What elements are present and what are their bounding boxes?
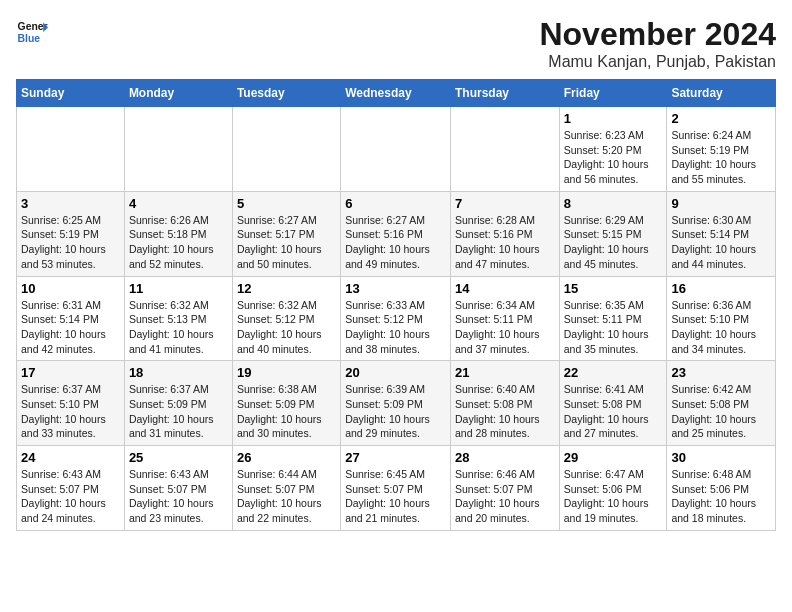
calendar-cell: 7Sunrise: 6:28 AM Sunset: 5:16 PM Daylig… [450,191,559,276]
calendar-cell [450,107,559,192]
day-info: Sunrise: 6:45 AM Sunset: 5:07 PM Dayligh… [345,467,446,526]
calendar-cell [341,107,451,192]
day-number: 22 [564,365,663,380]
calendar-cell: 18Sunrise: 6:37 AM Sunset: 5:09 PM Dayli… [124,361,232,446]
day-info: Sunrise: 6:43 AM Sunset: 5:07 PM Dayligh… [129,467,228,526]
month-title: November 2024 [539,16,776,53]
calendar-cell: 17Sunrise: 6:37 AM Sunset: 5:10 PM Dayli… [17,361,125,446]
day-number: 28 [455,450,555,465]
day-number: 7 [455,196,555,211]
week-row-4: 17Sunrise: 6:37 AM Sunset: 5:10 PM Dayli… [17,361,776,446]
title-area: November 2024 Mamu Kanjan, Punjab, Pakis… [539,16,776,71]
day-number: 29 [564,450,663,465]
weekday-header-saturday: Saturday [667,80,776,107]
weekday-header-friday: Friday [559,80,667,107]
day-info: Sunrise: 6:24 AM Sunset: 5:19 PM Dayligh… [671,128,771,187]
weekday-header-wednesday: Wednesday [341,80,451,107]
weekday-header-monday: Monday [124,80,232,107]
day-number: 11 [129,281,228,296]
calendar-cell: 5Sunrise: 6:27 AM Sunset: 5:17 PM Daylig… [232,191,340,276]
day-info: Sunrise: 6:48 AM Sunset: 5:06 PM Dayligh… [671,467,771,526]
weekday-header-thursday: Thursday [450,80,559,107]
day-info: Sunrise: 6:43 AM Sunset: 5:07 PM Dayligh… [21,467,120,526]
day-number: 17 [21,365,120,380]
day-number: 19 [237,365,336,380]
day-info: Sunrise: 6:32 AM Sunset: 5:13 PM Dayligh… [129,298,228,357]
logo: General Blue [16,16,48,48]
day-info: Sunrise: 6:37 AM Sunset: 5:09 PM Dayligh… [129,382,228,441]
svg-text:Blue: Blue [18,33,41,44]
calendar-cell: 28Sunrise: 6:46 AM Sunset: 5:07 PM Dayli… [450,446,559,531]
week-row-5: 24Sunrise: 6:43 AM Sunset: 5:07 PM Dayli… [17,446,776,531]
calendar-cell: 30Sunrise: 6:48 AM Sunset: 5:06 PM Dayli… [667,446,776,531]
day-info: Sunrise: 6:27 AM Sunset: 5:16 PM Dayligh… [345,213,446,272]
day-number: 24 [21,450,120,465]
day-number: 27 [345,450,446,465]
day-number: 23 [671,365,771,380]
day-info: Sunrise: 6:42 AM Sunset: 5:08 PM Dayligh… [671,382,771,441]
day-number: 5 [237,196,336,211]
calendar-cell: 27Sunrise: 6:45 AM Sunset: 5:07 PM Dayli… [341,446,451,531]
logo-icon: General Blue [16,16,48,48]
calendar-cell: 23Sunrise: 6:42 AM Sunset: 5:08 PM Dayli… [667,361,776,446]
day-number: 10 [21,281,120,296]
day-info: Sunrise: 6:23 AM Sunset: 5:20 PM Dayligh… [564,128,663,187]
day-number: 3 [21,196,120,211]
day-info: Sunrise: 6:27 AM Sunset: 5:17 PM Dayligh… [237,213,336,272]
day-number: 26 [237,450,336,465]
day-info: Sunrise: 6:36 AM Sunset: 5:10 PM Dayligh… [671,298,771,357]
day-number: 9 [671,196,771,211]
day-number: 15 [564,281,663,296]
day-number: 20 [345,365,446,380]
week-row-3: 10Sunrise: 6:31 AM Sunset: 5:14 PM Dayli… [17,276,776,361]
day-number: 16 [671,281,771,296]
day-number: 21 [455,365,555,380]
day-number: 4 [129,196,228,211]
calendar-cell [232,107,340,192]
day-number: 13 [345,281,446,296]
calendar-cell: 16Sunrise: 6:36 AM Sunset: 5:10 PM Dayli… [667,276,776,361]
calendar-cell: 3Sunrise: 6:25 AM Sunset: 5:19 PM Daylig… [17,191,125,276]
day-number: 18 [129,365,228,380]
day-number: 30 [671,450,771,465]
day-info: Sunrise: 6:26 AM Sunset: 5:18 PM Dayligh… [129,213,228,272]
calendar-cell: 25Sunrise: 6:43 AM Sunset: 5:07 PM Dayli… [124,446,232,531]
calendar-cell: 8Sunrise: 6:29 AM Sunset: 5:15 PM Daylig… [559,191,667,276]
header: General Blue November 2024 Mamu Kanjan, … [16,16,776,71]
day-number: 6 [345,196,446,211]
day-info: Sunrise: 6:47 AM Sunset: 5:06 PM Dayligh… [564,467,663,526]
calendar-cell: 9Sunrise: 6:30 AM Sunset: 5:14 PM Daylig… [667,191,776,276]
weekday-header-row: SundayMondayTuesdayWednesdayThursdayFrid… [17,80,776,107]
calendar-cell: 2Sunrise: 6:24 AM Sunset: 5:19 PM Daylig… [667,107,776,192]
calendar-cell: 1Sunrise: 6:23 AM Sunset: 5:20 PM Daylig… [559,107,667,192]
location-title: Mamu Kanjan, Punjab, Pakistan [539,53,776,71]
calendar-cell: 22Sunrise: 6:41 AM Sunset: 5:08 PM Dayli… [559,361,667,446]
day-info: Sunrise: 6:46 AM Sunset: 5:07 PM Dayligh… [455,467,555,526]
day-info: Sunrise: 6:25 AM Sunset: 5:19 PM Dayligh… [21,213,120,272]
calendar-cell: 24Sunrise: 6:43 AM Sunset: 5:07 PM Dayli… [17,446,125,531]
calendar-cell: 13Sunrise: 6:33 AM Sunset: 5:12 PM Dayli… [341,276,451,361]
calendar-cell [17,107,125,192]
calendar-cell: 4Sunrise: 6:26 AM Sunset: 5:18 PM Daylig… [124,191,232,276]
day-number: 14 [455,281,555,296]
day-info: Sunrise: 6:31 AM Sunset: 5:14 PM Dayligh… [21,298,120,357]
day-info: Sunrise: 6:32 AM Sunset: 5:12 PM Dayligh… [237,298,336,357]
calendar-cell: 12Sunrise: 6:32 AM Sunset: 5:12 PM Dayli… [232,276,340,361]
week-row-2: 3Sunrise: 6:25 AM Sunset: 5:19 PM Daylig… [17,191,776,276]
day-info: Sunrise: 6:39 AM Sunset: 5:09 PM Dayligh… [345,382,446,441]
calendar-cell: 15Sunrise: 6:35 AM Sunset: 5:11 PM Dayli… [559,276,667,361]
calendar-cell: 6Sunrise: 6:27 AM Sunset: 5:16 PM Daylig… [341,191,451,276]
calendar-cell: 14Sunrise: 6:34 AM Sunset: 5:11 PM Dayli… [450,276,559,361]
day-number: 8 [564,196,663,211]
day-info: Sunrise: 6:34 AM Sunset: 5:11 PM Dayligh… [455,298,555,357]
calendar-cell: 10Sunrise: 6:31 AM Sunset: 5:14 PM Dayli… [17,276,125,361]
day-info: Sunrise: 6:29 AM Sunset: 5:15 PM Dayligh… [564,213,663,272]
calendar-cell: 20Sunrise: 6:39 AM Sunset: 5:09 PM Dayli… [341,361,451,446]
day-number: 25 [129,450,228,465]
weekday-header-tuesday: Tuesday [232,80,340,107]
calendar-cell: 19Sunrise: 6:38 AM Sunset: 5:09 PM Dayli… [232,361,340,446]
day-info: Sunrise: 6:30 AM Sunset: 5:14 PM Dayligh… [671,213,771,272]
calendar-cell: 26Sunrise: 6:44 AM Sunset: 5:07 PM Dayli… [232,446,340,531]
calendar-cell: 21Sunrise: 6:40 AM Sunset: 5:08 PM Dayli… [450,361,559,446]
day-info: Sunrise: 6:41 AM Sunset: 5:08 PM Dayligh… [564,382,663,441]
